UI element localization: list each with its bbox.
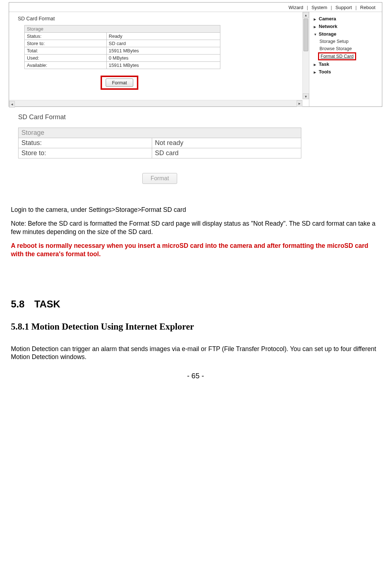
chevron-right-icon: ▶ [314, 71, 317, 74]
side-tree: ▶Camera ▶Network ▼Storage Storage Setup … [309, 12, 382, 106]
top-nav: Wizard | System | Support | Reboot [9, 3, 382, 12]
nav-wizard[interactable]: Wizard [286, 5, 305, 10]
main-panel: SD Card Format Storage Status:Ready Stor… [9, 12, 309, 106]
table-row: Total:15911 MBytes [25, 47, 220, 55]
nav-reboot[interactable]: Reboot [358, 5, 378, 10]
chevron-right-icon: ▶ [314, 63, 317, 67]
screenshot-sd-format-notready: SD Card Format Storage Status:Not ready … [18, 113, 309, 184]
table-row: Store to:SD card [25, 40, 220, 47]
horizontal-scrollbar[interactable]: ◄ ► [9, 100, 302, 106]
scroll-right-icon[interactable]: ► [297, 100, 302, 107]
paragraph: Note: Before the SD card is formatted th… [11, 220, 380, 236]
tree-tools[interactable]: ▶Tools [311, 68, 380, 76]
tree-storage-setup[interactable]: Storage Setup [311, 38, 380, 45]
paragraph: Login to the camera, under Settings>Stor… [11, 206, 380, 214]
chevron-right-icon: ▶ [314, 17, 317, 21]
scroll-down-icon[interactable]: ▼ [303, 93, 309, 99]
format-button-disabled: Format [142, 173, 178, 184]
table-row: Store to:SD card [19, 148, 301, 158]
panel-title: SD Card Format [18, 113, 309, 121]
table-header: Storage [19, 128, 301, 138]
table-row: Used:0 MBytes [25, 55, 220, 62]
chevron-down-icon: ▼ [314, 33, 317, 36]
table-row: Status:Not ready [19, 138, 301, 148]
page-number: - 65 - [7, 372, 384, 380]
panel-title: SD Card Format [18, 16, 309, 21]
storage-table: Storage Status:Not ready Store to:SD car… [18, 128, 301, 158]
tree-storage[interactable]: ▼Storage [311, 30, 380, 38]
format-button[interactable]: Format [106, 78, 133, 87]
paragraph: Motion Detection can trigger an alarm th… [11, 345, 380, 361]
subsection-heading: 5.8.1 Motion Detection Using Internet Ex… [11, 321, 380, 333]
tree-task[interactable]: ▶Task [311, 60, 380, 68]
section-heading: 5.8 TASK [11, 298, 380, 311]
scroll-left-icon[interactable]: ◄ [9, 101, 15, 108]
nav-system[interactable]: System [309, 5, 329, 10]
highlight-box: Format [101, 76, 138, 90]
screenshot-sd-format-ready: Wizard | System | Support | Reboot SD Ca… [9, 2, 382, 107]
tree-format-sd[interactable]: Format SD Card [318, 52, 356, 60]
scroll-up-icon[interactable]: ▲ [303, 12, 309, 18]
table-row: Status:Ready [25, 33, 220, 40]
tree-camera[interactable]: ▶Camera [311, 15, 380, 23]
tree-network[interactable]: ▶Network [311, 23, 380, 30]
chevron-right-icon: ▶ [314, 25, 317, 29]
document-body: Login to the camera, under Settings>Stor… [11, 206, 380, 361]
table-header: Storage [25, 25, 220, 33]
scroll-thumb[interactable] [304, 19, 308, 51]
nav-support[interactable]: Support [333, 5, 354, 10]
tree-browse-storage[interactable]: Browse Storage [311, 45, 380, 52]
warning-paragraph: A reboot is normally necessary when you … [11, 242, 380, 258]
vertical-scrollbar[interactable]: ▲ ▼ [302, 12, 309, 99]
table-row: Available:15911 MBytes [25, 62, 220, 69]
storage-table: Storage Status:Ready Store to:SD card To… [24, 25, 220, 69]
